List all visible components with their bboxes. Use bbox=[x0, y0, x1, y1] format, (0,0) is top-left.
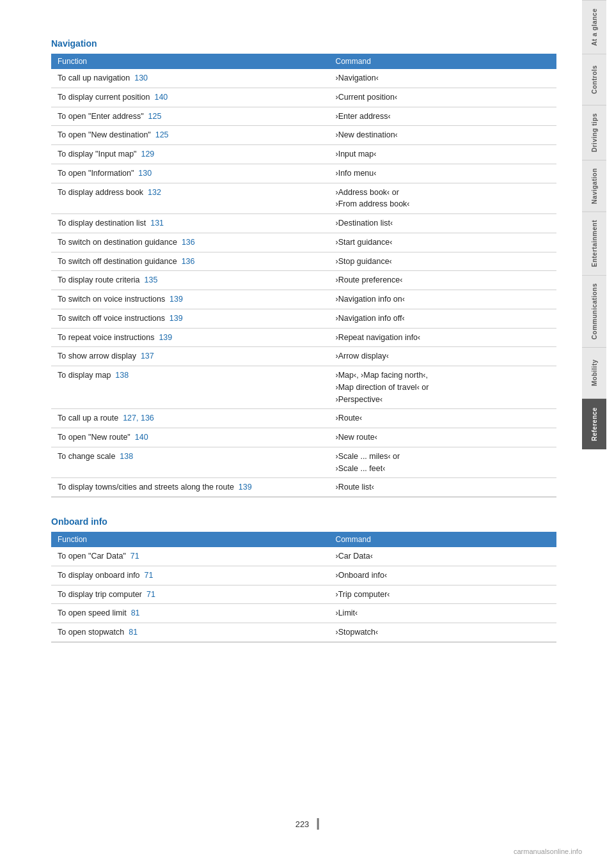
table-row: To open "Information" 130›Info menu‹ bbox=[51, 164, 556, 183]
table-row: To switch on voice instructions 139›Navi… bbox=[51, 290, 556, 309]
function-cell: To show arrow display 137 bbox=[51, 347, 329, 366]
command-cell: ›Info menu‹ bbox=[329, 164, 557, 183]
main-content: Navigation Function Command To call up n… bbox=[0, 0, 582, 868]
table-row: To open stopwatch 81›Stopwatch‹ bbox=[51, 623, 556, 642]
sidebar-tab-entertainment[interactable]: Entertainment bbox=[582, 212, 606, 275]
command-cell: ›New route‹ bbox=[329, 428, 557, 447]
nav-col-command: Command bbox=[329, 54, 557, 69]
function-cell: To switch off voice instructions 139 bbox=[51, 309, 329, 328]
table-row: To repeat voice instructions 139›Repeat … bbox=[51, 328, 556, 347]
page-number-bar: 223 bbox=[295, 818, 319, 830]
function-cell: To display address book 132 bbox=[51, 183, 329, 214]
command-cell: ›Destination list‹ bbox=[329, 214, 557, 233]
table-row: To switch on destination guidance 136›St… bbox=[51, 233, 556, 252]
function-cell: To open "New route" 140 bbox=[51, 428, 329, 447]
table-row: To switch off voice instructions 139›Nav… bbox=[51, 309, 556, 328]
command-cell: ›Limit‹ bbox=[329, 604, 557, 623]
command-cell: ›Scale ... miles‹ or ›Scale ... feet‹ bbox=[329, 447, 557, 478]
table-row: To open "New destination" 125›New destin… bbox=[51, 126, 556, 145]
onboard-col-function: Function bbox=[51, 532, 329, 547]
sidebar-tab-controls[interactable]: Controls bbox=[582, 54, 606, 105]
page-container: Navigation Function Command To call up n… bbox=[0, 0, 614, 868]
page-number: 223 bbox=[295, 819, 310, 829]
table-row: To open speed limit 81›Limit‹ bbox=[51, 604, 556, 623]
table-row: To display trip computer 71›Trip compute… bbox=[51, 585, 556, 604]
table-row: To display destination list 131›Destinat… bbox=[51, 214, 556, 233]
command-cell: ›Stop guidance‹ bbox=[329, 252, 557, 271]
sidebar-tab-mobility[interactable]: Mobility bbox=[582, 347, 606, 398]
sidebar-tab-at-a-glance[interactable]: At a glance bbox=[582, 0, 606, 54]
command-cell: ›Route‹ bbox=[329, 409, 557, 428]
watermark: carmanualsonline.info bbox=[514, 848, 582, 855]
table-row: To call up navigation 130›Navigation‹ bbox=[51, 69, 556, 88]
navigation-table: Function Command To call up navigation 1… bbox=[51, 54, 556, 497]
command-cell: ›Onboard info‹ bbox=[329, 566, 557, 585]
function-cell: To display trip computer 71 bbox=[51, 585, 329, 604]
onboard-col-command: Command bbox=[329, 532, 557, 547]
function-cell: To display destination list 131 bbox=[51, 214, 329, 233]
function-cell: To display current position 140 bbox=[51, 88, 329, 107]
function-cell: To repeat voice instructions 139 bbox=[51, 328, 329, 347]
function-cell: To switch off destination guidance 136 bbox=[51, 252, 329, 271]
function-cell: To call up navigation 130 bbox=[51, 69, 329, 88]
sidebar-tab-driving-tips[interactable]: Driving tips bbox=[582, 105, 606, 160]
function-cell: To display "Input map" 129 bbox=[51, 145, 329, 164]
function-cell: To switch on voice instructions 139 bbox=[51, 290, 329, 309]
table-row: To display onboard info 71›Onboard info‹ bbox=[51, 566, 556, 585]
function-cell: To change scale 138 bbox=[51, 447, 329, 478]
function-cell: To open speed limit 81 bbox=[51, 604, 329, 623]
function-cell: To call up a route 127, 136 bbox=[51, 409, 329, 428]
sidebar-tab-reference[interactable]: Reference bbox=[582, 398, 606, 449]
command-cell: ›Route list‹ bbox=[329, 478, 557, 497]
navigation-heading: Navigation bbox=[51, 38, 556, 49]
function-cell: To display map 138 bbox=[51, 366, 329, 409]
command-cell: ›Current position‹ bbox=[329, 88, 557, 107]
command-cell: ›Map‹, ›Map facing north‹, ›Map directio… bbox=[329, 366, 557, 409]
table-row: To display current position 140›Current … bbox=[51, 88, 556, 107]
command-cell: ›Enter address‹ bbox=[329, 107, 557, 126]
command-cell: ›Navigation info off‹ bbox=[329, 309, 557, 328]
command-cell: ›Trip computer‹ bbox=[329, 585, 557, 604]
table-row: To open "Enter address" 125›Enter addres… bbox=[51, 107, 556, 126]
command-cell: ›Car Data‹ bbox=[329, 547, 557, 566]
function-cell: To open stopwatch 81 bbox=[51, 623, 329, 642]
function-cell: To open "Enter address" 125 bbox=[51, 107, 329, 126]
onboard-heading: Onboard info bbox=[51, 516, 556, 527]
command-cell: ›Navigation info on‹ bbox=[329, 290, 557, 309]
command-cell: ›Input map‹ bbox=[329, 145, 557, 164]
table-row: To switch off destination guidance 136›S… bbox=[51, 252, 556, 271]
function-cell: To display towns/cities and streets alon… bbox=[51, 478, 329, 497]
table-row: To change scale 138›Scale ... miles‹ or … bbox=[51, 447, 556, 478]
table-row: To display route criteria 135›Route pref… bbox=[51, 271, 556, 290]
sidebar-tab-navigation[interactable]: Navigation bbox=[582, 160, 606, 212]
onboard-table: Function Command To open "Car Data" 71›C… bbox=[51, 532, 556, 642]
table-row: To display address book 132›Address book… bbox=[51, 183, 556, 214]
command-cell: ›Arrow display‹ bbox=[329, 347, 557, 366]
table-row: To display "Input map" 129›Input map‹ bbox=[51, 145, 556, 164]
command-cell: ›Navigation‹ bbox=[329, 69, 557, 88]
sidebar-tab-communications[interactable]: Communications bbox=[582, 275, 606, 347]
table-row: To open "New route" 140›New route‹ bbox=[51, 428, 556, 447]
function-cell: To open "Car Data" 71 bbox=[51, 547, 329, 566]
table-row: To call up a route 127, 136›Route‹ bbox=[51, 409, 556, 428]
command-cell: ›Route preference‹ bbox=[329, 271, 557, 290]
command-cell: ›New destination‹ bbox=[329, 126, 557, 145]
command-cell: ›Stopwatch‹ bbox=[329, 623, 557, 642]
function-cell: To display onboard info 71 bbox=[51, 566, 329, 585]
table-row: To show arrow display 137›Arrow display‹ bbox=[51, 347, 556, 366]
right-sidebar: At a glanceControlsDriving tipsNavigatio… bbox=[582, 0, 606, 868]
command-cell: ›Start guidance‹ bbox=[329, 233, 557, 252]
function-cell: To open "Information" 130 bbox=[51, 164, 329, 183]
table-row: To display towns/cities and streets alon… bbox=[51, 478, 556, 497]
nav-col-function: Function bbox=[51, 54, 329, 69]
function-cell: To open "New destination" 125 bbox=[51, 126, 329, 145]
function-cell: To switch on destination guidance 136 bbox=[51, 233, 329, 252]
table-row: To open "Car Data" 71›Car Data‹ bbox=[51, 547, 556, 566]
function-cell: To display route criteria 135 bbox=[51, 271, 329, 290]
command-cell: ›Repeat navigation info‹ bbox=[329, 328, 557, 347]
command-cell: ›Address book‹ or ›From address book‹ bbox=[329, 183, 557, 214]
table-row: To display map 138›Map‹, ›Map facing nor… bbox=[51, 366, 556, 409]
